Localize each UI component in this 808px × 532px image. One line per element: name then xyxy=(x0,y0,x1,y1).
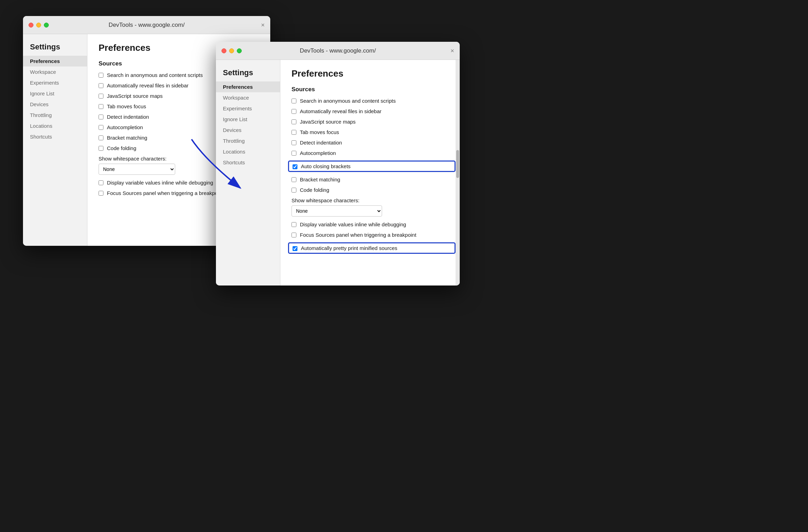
sidebar-item-experiments-1[interactable]: Experiments xyxy=(23,77,87,88)
checkbox-tab-focus-label-1: Tab moves focus xyxy=(107,103,146,109)
sidebar-item-ignorelist-1[interactable]: Ignore List xyxy=(23,88,87,99)
devtools-window-2: DevTools - www.google.com/ × Settings Pr… xyxy=(216,42,460,285)
checkbox-reveal-files-label-2: Automatically reveal files in sidebar xyxy=(300,108,381,114)
sidebar-item-preferences-2[interactable]: Preferences xyxy=(216,81,280,92)
scrollbar-2[interactable] xyxy=(456,60,460,285)
checkbox-autocomplete-input-2[interactable] xyxy=(292,151,296,156)
sidebar-item-shortcuts-1[interactable]: Shortcuts xyxy=(23,131,87,142)
checkbox-display-var-2: Display variable values inline while deb… xyxy=(292,221,454,227)
checkbox-js-sourcemaps-input-1[interactable] xyxy=(99,94,103,99)
checkbox-search-anon-2: Search in anonymous and content scripts xyxy=(292,98,454,104)
minimize-traffic-light[interactable] xyxy=(36,23,41,28)
content-pane-2: Preferences Sources Search in anonymous … xyxy=(280,60,460,285)
checkbox-js-sourcemaps-label-1: JavaScript source maps xyxy=(107,93,163,99)
sidebar-item-devices-1[interactable]: Devices xyxy=(23,99,87,110)
checkbox-bracket-match-2: Bracket matching xyxy=(292,177,454,182)
pane-title-2: Preferences xyxy=(292,68,454,79)
checkbox-autocomplete-2: Autocompletion xyxy=(292,150,454,156)
sidebar-item-locations-1[interactable]: Locations xyxy=(23,120,87,131)
checkbox-reveal-files-label-1: Automatically reveal files in sidebar xyxy=(107,83,188,88)
checkbox-display-var-label-1: Display variable values inline while deb… xyxy=(107,180,213,186)
checkbox-display-var-input-2[interactable] xyxy=(292,222,296,227)
close-traffic-light-2[interactable] xyxy=(222,48,226,53)
checkbox-detect-indent-label-1: Detect indentation xyxy=(107,114,149,120)
sidebar-item-experiments-2[interactable]: Experiments xyxy=(216,103,280,114)
checkbox-auto-closing-label-2: Auto closing brackets xyxy=(301,163,351,169)
sidebar-item-workspace-2[interactable]: Workspace xyxy=(216,92,280,103)
sidebar-item-ignorelist-2[interactable]: Ignore List xyxy=(216,114,280,125)
checkbox-bracket-match-label-2: Bracket matching xyxy=(300,177,340,182)
whitespace-label-2: Show whitespace characters: xyxy=(292,197,454,203)
checkbox-auto-closing-input-2[interactable] xyxy=(293,164,297,169)
checkbox-reveal-files-2: Automatically reveal files in sidebar xyxy=(292,108,454,114)
sidebar-2: Settings Preferences Workspace Experimen… xyxy=(216,60,280,285)
close-button-1[interactable]: × xyxy=(261,22,265,28)
traffic-lights-2 xyxy=(222,48,242,53)
titlebar-title-2: DevTools - www.google.com/ xyxy=(300,47,376,54)
close-traffic-light[interactable] xyxy=(29,23,33,28)
checkbox-pretty-print-input-2[interactable] xyxy=(293,246,297,251)
sidebar-item-workspace-1[interactable]: Workspace xyxy=(23,66,87,77)
checkbox-detect-indent-input-1[interactable] xyxy=(99,115,103,119)
checkbox-search-anon-label-1: Search in anonymous and content scripts xyxy=(107,72,203,78)
checkbox-code-fold-label-2: Code folding xyxy=(300,187,329,193)
checkbox-code-fold-input-2[interactable] xyxy=(292,188,296,193)
checkbox-focus-sources-input-2[interactable] xyxy=(292,233,296,237)
checkbox-focus-sources-2: Focus Sources panel when triggering a br… xyxy=(292,232,454,238)
checkbox-search-anon-label-2: Search in anonymous and content scripts xyxy=(300,98,396,104)
checkbox-code-fold-input-1[interactable] xyxy=(99,146,103,151)
sidebar-heading-2: Settings xyxy=(216,65,280,81)
section-sources-2: Sources xyxy=(292,86,454,93)
checkbox-js-sourcemaps-label-2: JavaScript source maps xyxy=(300,119,356,125)
minimize-traffic-light-2[interactable] xyxy=(229,48,234,53)
maximize-traffic-light-2[interactable] xyxy=(237,48,242,53)
checkbox-display-var-label-2: Display variable values inline while deb… xyxy=(300,221,406,227)
checkbox-tab-focus-input-1[interactable] xyxy=(99,104,103,109)
checkbox-autocomplete-input-1[interactable] xyxy=(99,125,103,130)
sidebar-item-throttling-1[interactable]: Throttling xyxy=(23,110,87,120)
traffic-lights-1 xyxy=(29,23,49,28)
checkbox-search-anon-input-1[interactable] xyxy=(99,73,103,78)
sidebar-item-throttling-2[interactable]: Throttling xyxy=(216,135,280,146)
checkbox-focus-sources-input-1[interactable] xyxy=(99,191,103,196)
checkbox-reveal-files-input-1[interactable] xyxy=(99,83,103,88)
sidebar-item-locations-2[interactable]: Locations xyxy=(216,146,280,157)
checkbox-focus-sources-label-1: Focus Sources panel when triggering a br… xyxy=(107,190,223,196)
maximize-traffic-light[interactable] xyxy=(44,23,49,28)
sidebar-1: Settings Preferences Workspace Experimen… xyxy=(23,34,87,246)
sidebar-heading-1: Settings xyxy=(23,40,87,56)
checkbox-tab-focus-2: Tab moves focus xyxy=(292,129,454,135)
checkbox-autocomplete-label-2: Autocompletion xyxy=(300,150,336,156)
checkbox-code-fold-label-1: Code folding xyxy=(107,145,136,151)
checkbox-bracket-match-input-2[interactable] xyxy=(292,177,296,182)
sidebar-item-preferences-1[interactable]: Preferences xyxy=(23,56,87,66)
whitespace-select-2[interactable]: None All Trailing xyxy=(292,205,382,217)
whitespace-select-row-2: Show whitespace characters: None All Tra… xyxy=(292,197,454,217)
titlebar-title-1: DevTools - www.google.com/ xyxy=(109,22,185,29)
checkbox-js-sourcemaps-input-2[interactable] xyxy=(292,119,296,124)
scrollbar-thumb-2[interactable] xyxy=(456,150,459,178)
checkbox-detect-indent-2: Detect indentation xyxy=(292,140,454,146)
sidebar-item-shortcuts-2[interactable]: Shortcuts xyxy=(216,157,280,168)
checkbox-pretty-print-label-2: Automatically pretty print minified sour… xyxy=(301,245,397,251)
checkbox-pretty-print-2: Automatically pretty print minified sour… xyxy=(288,242,456,254)
checkbox-js-sourcemaps-2: JavaScript source maps xyxy=(292,119,454,125)
checkbox-bracket-match-input-1[interactable] xyxy=(99,135,103,140)
checkbox-tab-focus-input-2[interactable] xyxy=(292,130,296,135)
checkbox-detect-indent-input-2[interactable] xyxy=(292,140,296,145)
checkbox-reveal-files-input-2[interactable] xyxy=(292,109,296,114)
checkbox-focus-sources-label-2: Focus Sources panel when triggering a br… xyxy=(300,232,416,238)
whitespace-select-1[interactable]: None All Trailing xyxy=(99,164,175,175)
settings-body-2: Settings Preferences Workspace Experimen… xyxy=(216,60,460,285)
titlebar-1: DevTools - www.google.com/ × xyxy=(23,16,270,34)
close-button-2[interactable]: × xyxy=(450,48,454,54)
sidebar-item-devices-2[interactable]: Devices xyxy=(216,125,280,135)
checkbox-autocomplete-label-1: Autocompletion xyxy=(107,124,143,130)
checkbox-bracket-match-label-1: Bracket matching xyxy=(107,135,147,141)
checkbox-auto-closing-2: Auto closing brackets xyxy=(288,161,456,172)
checkbox-code-fold-2: Code folding xyxy=(292,187,454,193)
titlebar-2: DevTools - www.google.com/ × xyxy=(216,42,460,60)
checkbox-search-anon-input-2[interactable] xyxy=(292,99,296,103)
checkbox-tab-focus-label-2: Tab moves focus xyxy=(300,129,339,135)
checkbox-display-var-input-1[interactable] xyxy=(99,180,103,185)
